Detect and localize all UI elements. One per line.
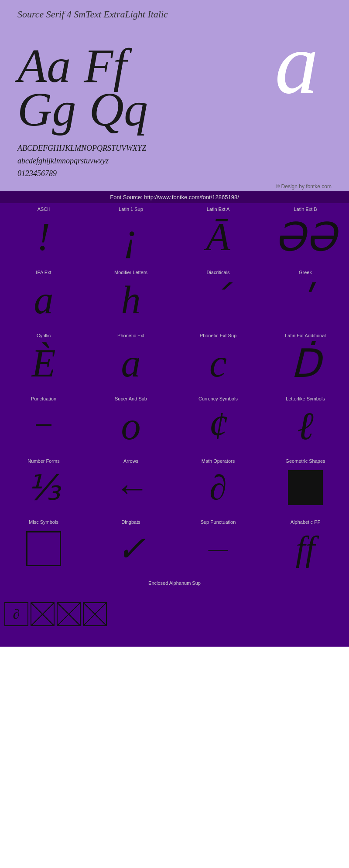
glyph-char: ˊ — [209, 277, 228, 323]
glyph-cell: Phonetic Ext Supc — [174, 329, 262, 393]
glyph-label: Latin Ext B — [266, 207, 345, 212]
glyph-label: Cyrillic — [4, 333, 83, 338]
glyph-char — [26, 527, 61, 570]
glyph-char: Ѐ — [32, 340, 56, 386]
glyph-label: Letterlike Symbols — [266, 396, 345, 401]
letter-display: Aa Ff Gg Qq a — [17, 24, 332, 138]
alphabet-section: ABCDEFGHIJKLMNOPQRSTUVWXYZ abcdefghijklm… — [0, 138, 349, 182]
glyph-char: c — [209, 340, 227, 386]
glyph-cell: Currency Symbols¢ — [174, 393, 262, 455]
glyph-char: ✓ — [116, 527, 146, 570]
glyph-label: Diacriticals — [179, 270, 257, 275]
glyph-label: Punctuation — [4, 396, 83, 401]
glyph-char: ← — [113, 466, 148, 509]
black-square-icon — [288, 470, 323, 505]
glyph-cell: Latin Ext AdditionalḊ — [262, 329, 349, 393]
glyph-label: Number Forms — [4, 458, 83, 464]
glyph-label: Geometric Shapes — [266, 458, 345, 464]
glyph-label: Phonetic Ext Sup — [179, 333, 257, 338]
glyph-char: a — [121, 340, 141, 386]
glyph-char: ∂ — [209, 466, 227, 509]
glyph-label: Modifier Letters — [92, 270, 170, 275]
glyph-char: ⅓ — [27, 466, 61, 509]
alphabet-lower: abcdefghijklmnopqrstuvwxyz — [17, 155, 332, 167]
enclosed-boxes: ∂ — [4, 602, 107, 626]
glyph-char: o — [121, 403, 141, 448]
glyph-cell: Super And Subo — [87, 393, 174, 455]
glyph-char: ƏƏ — [274, 214, 336, 260]
copyright-bar: © Design by fontke.com — [0, 182, 349, 191]
header-section: Source Serif 4 SmText ExtraLight Italic … — [0, 0, 349, 138]
glyph-char: ¢ — [209, 403, 228, 448]
glyph-label: Sup Punctuation — [179, 519, 257, 525]
enc-box-3 — [57, 602, 81, 626]
glyph-char: ¡ — [123, 214, 138, 260]
alphabet-upper: ABCDEFGHIJKLMNOPQRSTUVWXYZ — [17, 142, 332, 155]
letter-a-large: a — [275, 20, 318, 107]
glyph-label: Arrows — [92, 458, 170, 464]
enc-box-4 — [83, 602, 107, 626]
glyph-cell: ASCII! — [0, 203, 87, 266]
glyph-label: Misc Symbols — [4, 519, 83, 525]
letter-gg: Gg — [17, 85, 76, 133]
glyph-label: Greek — [266, 270, 345, 275]
enc-box-2 — [31, 602, 55, 626]
glyph-cell: Number Forms⅓ — [0, 455, 87, 516]
glyph-label: Latin Ext A — [179, 207, 257, 212]
glyph-label: Currency Symbols — [179, 396, 257, 401]
glyph-grid: ASCII!Latin 1 Sup¡Latin Ext AĀLatin Ext … — [0, 203, 349, 647]
glyph-char: a — [34, 277, 54, 323]
glyph-char: Ḋ — [291, 340, 321, 386]
glyph-label: Latin Ext Additional — [266, 333, 345, 338]
glyph-cell: Greekʹ — [262, 266, 349, 329]
glyph-cell: Geometric Shapes — [262, 455, 349, 516]
glyph-char — [288, 466, 323, 509]
glyph-cell: Phonetic Exta — [87, 329, 174, 393]
glyph-cell: Dingbats✓ — [87, 516, 174, 577]
enc-box-1: ∂ — [4, 602, 28, 626]
glyph-label: Dingbats — [92, 519, 170, 525]
glyph-label: IPA Ext — [4, 270, 83, 275]
glyph-cell: Alphabetic PFff — [262, 516, 349, 577]
glyph-cell: Enclosed Alphanum Sup∂ — [0, 577, 349, 647]
glyph-cell: Modifier Lettersh — [87, 266, 174, 329]
glyph-cell: IPA Exta — [0, 266, 87, 329]
source-bar: Font Source: http://www.fontke.com/font/… — [0, 191, 349, 203]
glyph-label: Latin 1 Sup — [92, 207, 170, 212]
glyph-label: Enclosed Alphanum Sup — [4, 580, 345, 586]
glyph-label: ASCII — [4, 207, 83, 212]
glyph-cell: Latin 1 Sup¡ — [87, 203, 174, 266]
glyph-cell: Arrows← — [87, 455, 174, 516]
glyph-cell: Misc Symbols — [0, 516, 87, 577]
copyright-text: © Design by fontke.com — [276, 183, 332, 190]
glyph-label: Phonetic Ext — [92, 333, 170, 338]
glyph-section: ASCII!Latin 1 Sup¡Latin Ext AĀLatin Ext … — [0, 203, 349, 647]
square-outline-icon — [26, 531, 61, 566]
glyph-cell: Diacriticalsˊ — [174, 266, 262, 329]
glyph-char: ℓ — [297, 403, 314, 448]
glyph-cell: Punctuation– — [0, 393, 87, 455]
glyph-label: Super And Sub — [92, 396, 170, 401]
source-text: Font Source: http://www.fontke.com/font/… — [110, 194, 239, 200]
glyph-char: ∂ — [4, 588, 107, 640]
glyph-char: — — [209, 527, 228, 570]
glyph-cell: Latin Ext BƏƏ — [262, 203, 349, 266]
letter-qq: Qq — [89, 85, 147, 133]
glyph-char: – — [36, 403, 51, 448]
glyph-char: Ā — [206, 214, 230, 260]
glyph-char: h — [121, 277, 141, 323]
glyph-label: Math Operators — [179, 458, 257, 464]
digits: 0123456789 — [17, 167, 332, 180]
glyph-cell: Latin Ext AĀ — [174, 203, 262, 266]
glyph-cell: Letterlike Symbolsℓ — [262, 393, 349, 455]
glyph-cell: CyrillicЀ — [0, 329, 87, 393]
glyph-label: Alphabetic PF — [266, 519, 345, 525]
glyph-char: ʹ — [300, 277, 311, 323]
glyph-char: ff — [296, 527, 315, 570]
glyph-cell: Math Operators∂ — [174, 455, 262, 516]
glyph-char: ! — [37, 214, 50, 260]
glyph-cell: Sup Punctuation— — [174, 516, 262, 577]
